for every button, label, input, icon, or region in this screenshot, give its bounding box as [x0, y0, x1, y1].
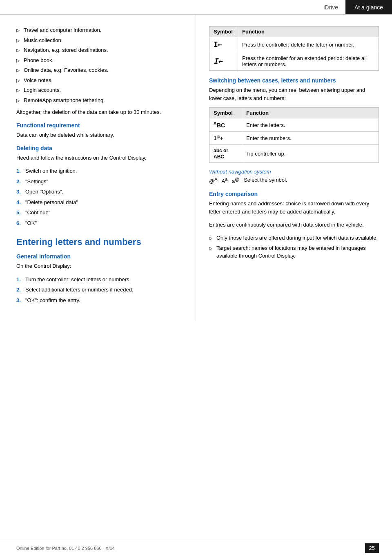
function-cell: Enter the letters.	[242, 118, 379, 132]
bullet-arrow-icon: ▷	[16, 37, 20, 44]
table-row: abc or ABC Tip controller up.	[209, 145, 379, 163]
list-item-text: Phone book.	[24, 56, 53, 64]
step-text: "Settings"	[25, 178, 48, 186]
function-cell: Press the controller for an extended per…	[238, 52, 379, 71]
symbol-function-table: Symbol Function I← Press the controller:…	[209, 26, 379, 71]
list-item-text: Only those letters are offered during in…	[216, 234, 378, 242]
bullet-arrow-icon: ▷	[16, 47, 20, 54]
list-item: ▷ Online data, e.g. Favorites, cookies.	[16, 66, 183, 74]
page-footer: Online Edition for Part no. 01 40 2 956 …	[0, 540, 392, 556]
table-col-function: Function	[242, 108, 379, 118]
table-row: ABC Enter the letters.	[209, 118, 379, 132]
list-item: 1. Turn the controller: select letters o…	[16, 276, 183, 284]
deletion-note: Altogether, the deletion of the data can…	[16, 108, 183, 116]
list-item: ▷ Navigation, e.g. stored destinations.	[16, 46, 183, 54]
entry-comparison-heading: Entry comparison	[209, 191, 379, 197]
chapter-title: Entering letters and numbers	[16, 237, 183, 247]
bullet-arrow-icon: ▷	[209, 235, 212, 242]
bullet-arrow-icon: ▷	[16, 87, 20, 94]
list-item: 3. "OK": confirm the entry.	[16, 296, 183, 305]
symbol-cell: abc or ABC	[209, 145, 242, 163]
symbol-cell: ABC	[209, 118, 242, 132]
table-col-function: Function	[238, 27, 379, 37]
list-item: 5. "Continue"	[16, 209, 183, 217]
symbol-cell: I←	[209, 52, 238, 71]
entry-comparison-text2: Entries are continuously compared with d…	[209, 221, 379, 229]
step-text: Select additional letters or numbers if …	[25, 286, 134, 294]
general-info-steps-list: 1. Turn the controller: select letters o…	[16, 276, 183, 305]
table-row: 1@+ Enter the numbers.	[209, 131, 379, 144]
function-cell: Tip controller up.	[242, 145, 379, 163]
step-text: "OK": confirm the entry.	[25, 296, 80, 305]
right-column: Symbol Function I← Press the controller:…	[196, 15, 392, 320]
list-item-text: Voice notes.	[24, 76, 53, 85]
symbol-cell: 1@+	[209, 131, 242, 144]
list-item: ▷ Travel and computer information.	[16, 26, 183, 34]
table-row: I← Press the controller: delete the lett…	[209, 37, 379, 52]
without-nav-content: @A Aa a@ Select the symbol.	[209, 176, 379, 184]
entry-comparison-text1: Entering names and addresses: choice is …	[209, 200, 379, 216]
general-info-heading: General information	[16, 253, 183, 260]
bullet-arrow-icon: ▷	[209, 245, 212, 252]
step-text: "OK"	[25, 219, 37, 227]
without-nav-text: Select the symbol.	[244, 177, 287, 183]
list-item: 2. Select additional letters or numbers …	[16, 286, 183, 294]
list-item: ▷ Phone book.	[16, 56, 183, 64]
function-cell: Press the controller: delete the letter …	[238, 37, 379, 52]
list-item: ▷ Login accounts.	[16, 86, 183, 94]
list-item-text: Online data, e.g. Favorites, cookies.	[24, 66, 108, 74]
switching-intro: Depending on the menu, you can reel betw…	[209, 86, 379, 102]
switching-heading: Switching between cases, letters and num…	[209, 77, 379, 84]
left-column: ▷ Travel and computer information. ▷ Mus…	[0, 15, 196, 320]
bullet-arrow-icon: ▷	[16, 77, 20, 84]
deleting-data-intro: Heed and follow the instructions on the …	[16, 154, 183, 162]
table-col-symbol: Symbol	[209, 108, 242, 118]
bullet-arrow-icon: ▷	[16, 27, 20, 34]
list-item: ▷ Voice notes.	[16, 76, 183, 85]
switching-table: Symbol Function ABC Enter the letters. 1…	[209, 107, 379, 163]
function-cell: Enter the numbers.	[242, 131, 379, 144]
general-info-intro: On the Control Display:	[16, 262, 183, 270]
symbol-cell: I←	[209, 37, 238, 52]
bullet-arrow-icon: ▷	[16, 57, 20, 64]
list-item: 4. "Delete personal data"	[16, 198, 183, 207]
without-nav-heading: Without navigation system	[209, 169, 379, 175]
entry-comparison-bullets: ▷ Only those letters are offered during …	[209, 234, 379, 260]
bullet-arrow-icon: ▷	[16, 67, 20, 74]
step-text: "Continue"	[25, 209, 50, 217]
header-ataglance-label: At a glance	[345, 0, 392, 14]
header-idrive-label: iDrive	[316, 0, 345, 14]
list-item: 6. "OK"	[16, 219, 183, 227]
list-item-text: Music collection.	[24, 36, 62, 44]
list-item-text: Travel and computer information.	[24, 26, 101, 34]
page-number: 25	[365, 543, 379, 553]
without-nav-symbols: @A Aa a@	[209, 178, 241, 184]
list-item: ▷ Music collection.	[16, 36, 183, 44]
list-item: 2. "Settings"	[16, 178, 183, 186]
list-item-text: Target search: names of locations may be…	[216, 244, 379, 260]
list-item: ▷ Target search: names of locations may …	[209, 244, 379, 260]
list-item: 1. Switch on the ignition.	[16, 167, 183, 175]
table-col-symbol: Symbol	[209, 27, 238, 37]
list-item: ▷ Only those letters are offered during …	[209, 234, 379, 242]
table-row: I← Press the controller for an extended …	[209, 52, 379, 71]
step-text: Open "Options".	[25, 188, 63, 196]
list-item-text: Login accounts.	[24, 86, 61, 94]
step-text: "Delete personal data"	[25, 198, 78, 207]
list-item: 3. Open "Options".	[16, 188, 183, 196]
step-text: Switch on the ignition.	[25, 167, 77, 175]
bullet-arrow-icon: ▷	[16, 97, 20, 104]
deleting-data-heading: Deleting data	[16, 145, 183, 151]
step-text: Turn the controller: select letters or n…	[25, 276, 131, 284]
page-header: iDrive At a glance	[0, 0, 392, 15]
list-item-text: RemoteApp smartphone tethering.	[24, 96, 105, 105]
bullet-list: ▷ Travel and computer information. ▷ Mus…	[16, 26, 183, 104]
functional-requirement-heading: Functional requirement	[16, 122, 183, 129]
deleting-steps-list: 1. Switch on the ignition. 2. "Settings"…	[16, 167, 183, 227]
edition-text: Online Edition for Part no. 01 40 2 956 …	[16, 546, 115, 551]
list-item: ▷ RemoteApp smartphone tethering.	[16, 96, 183, 105]
main-content: ▷ Travel and computer information. ▷ Mus…	[0, 15, 392, 320]
functional-requirement-text: Data can only be deleted while stationar…	[16, 131, 183, 139]
list-item-text: Navigation, e.g. stored destinations.	[24, 46, 108, 54]
